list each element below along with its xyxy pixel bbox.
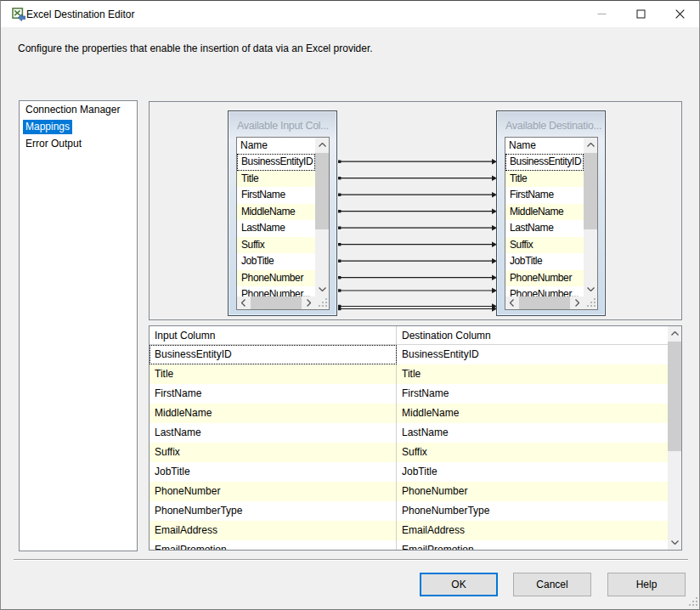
nav-item-mappings[interactable]: Mappings — [20, 118, 137, 135]
nav-item-label: Error Output — [23, 137, 84, 151]
mapping-connector[interactable] — [338, 306, 497, 312]
maximize-button[interactable] — [621, 1, 660, 27]
available-destination-columns-box: Available Destinatio... Name BusinessEnt… — [496, 110, 606, 316]
column-list-item[interactable]: BusinessEntityID — [505, 154, 584, 171]
column-list-item[interactable]: Title — [505, 171, 584, 188]
grid-cell-input-column[interactable]: BusinessEntityID — [150, 345, 397, 364]
column-list-item[interactable]: PhoneNumber — [505, 270, 584, 287]
pages-list: Connection ManagerMappingsError Output — [19, 100, 138, 551]
window-resize-grip[interactable] — [687, 597, 697, 607]
grid-header-input-column[interactable]: Input Column — [150, 326, 397, 345]
cancel-button[interactable]: Cancel — [513, 573, 591, 596]
scroll-down-icon — [587, 287, 595, 291]
nav-item-connection-manager[interactable]: Connection Manager — [20, 101, 137, 118]
grid-cell-input-column[interactable]: Title — [150, 364, 397, 384]
scroll-right-icon — [575, 299, 579, 307]
grid-cell-input-column[interactable]: PhoneNumberType — [150, 501, 397, 521]
column-list-item[interactable]: JobTitle — [505, 253, 584, 270]
minimize-button[interactable] — [582, 1, 621, 27]
mapping-connector[interactable] — [338, 225, 497, 231]
grid-row: EmailAddressEmailAddress — [150, 521, 668, 540]
title-bar: Excel Destination Editor — [1, 1, 699, 27]
scrollbar-thumb[interactable] — [668, 342, 681, 451]
grid-cell-input-column[interactable]: FirstName — [150, 384, 397, 404]
scrollbar-thumb[interactable] — [584, 153, 597, 229]
maximize-icon — [636, 9, 646, 19]
mapping-connector[interactable] — [338, 288, 497, 294]
nav-item-error-output[interactable]: Error Output — [20, 135, 137, 152]
grid-vertical-scrollbar[interactable] — [668, 326, 681, 550]
mapping-connector[interactable] — [338, 258, 497, 264]
grid-cell-destination-column[interactable]: MiddleName — [397, 404, 668, 423]
grid-cell-destination-column[interactable]: Suffix — [397, 443, 668, 462]
destination-list-name-header: Name — [505, 138, 584, 154]
scroll-up-icon — [587, 143, 595, 147]
scroll-down-icon — [671, 540, 679, 545]
mapping-connector[interactable] — [338, 192, 497, 198]
mapping-connector[interactable] — [338, 241, 497, 247]
excel-destination-editor-dialog: Excel Destination Editor Configure the p… — [0, 0, 700, 610]
grid-row: BusinessEntityIDBusinessEntityID — [150, 345, 668, 364]
grid-row: TitleTitle — [150, 364, 668, 384]
column-list-item[interactable]: FirstName — [505, 187, 584, 204]
column-list-item[interactable]: Suffix — [505, 237, 584, 254]
grid-row: PhoneNumberPhoneNumber — [150, 482, 668, 501]
mapping-diagram: Available Input Col... Name BusinessEnti… — [149, 101, 682, 320]
grid-cell-input-column[interactable]: JobTitle — [150, 462, 397, 482]
destination-list-horizontal-scrollbar[interactable] — [505, 297, 584, 309]
grid-cell-input-column[interactable]: EmailAddress — [150, 521, 397, 540]
grid-row: LastNameLastName — [150, 423, 668, 443]
grid-cell-destination-column[interactable]: EmailAddress — [397, 521, 668, 540]
grid-cell-input-column[interactable]: MiddleName — [150, 404, 397, 423]
grid-row: MiddleNameMiddleName — [150, 404, 668, 423]
grid-header-destination-column[interactable]: Destination Column — [397, 326, 668, 345]
grid-cell-destination-column[interactable]: FirstName — [397, 384, 668, 404]
window-title: Excel Destination Editor — [26, 1, 134, 27]
grid-cell-input-column[interactable]: EmailPromotion — [150, 540, 397, 551]
footer-separator — [14, 559, 688, 561]
grid-cell-destination-column[interactable]: Title — [397, 364, 668, 384]
mapping-grid: Input Column Destination Column Business… — [149, 325, 682, 551]
scroll-up-icon — [671, 331, 679, 336]
mapping-connector[interactable] — [338, 175, 497, 181]
destination-box-title: Available Destinatio... — [505, 120, 602, 132]
grid-row: PhoneNumberTypePhoneNumberType — [150, 501, 668, 521]
grid-cell-input-column[interactable]: LastName — [150, 423, 397, 443]
scrollbar-thumb[interactable] — [519, 297, 570, 309]
scroll-left-icon — [510, 299, 514, 307]
mapping-connector[interactable] — [338, 208, 497, 214]
destination-columns-list: Name BusinessEntityIDTitleFirstNameMiddl… — [505, 137, 598, 310]
grid-cell-destination-column[interactable]: PhoneNumberType — [397, 501, 668, 521]
column-list-item[interactable]: PhoneNumber... — [505, 286, 584, 297]
grid-row: FirstNameFirstName — [150, 384, 668, 404]
grid-cell-destination-column[interactable]: JobTitle — [397, 462, 668, 482]
close-button[interactable] — [660, 1, 699, 27]
grid-row: SuffixSuffix — [150, 443, 668, 462]
nav-item-label: Connection Manager — [23, 103, 122, 117]
mapping-connector[interactable] — [338, 274, 497, 280]
mapping-connector[interactable] — [338, 303, 497, 309]
grid-cell-destination-column[interactable]: EmailPromotion — [397, 540, 668, 551]
ok-button[interactable]: OK — [420, 573, 498, 596]
mapping-connector[interactable] — [338, 159, 497, 165]
grid-cell-destination-column[interactable]: LastName — [397, 423, 668, 443]
list-resize-grip[interactable] — [584, 297, 597, 309]
excel-destination-icon — [12, 8, 25, 21]
grid-cell-destination-column[interactable]: BusinessEntityID — [397, 345, 668, 364]
dialog-description: Configure the properties that enable the… — [18, 42, 373, 54]
nav-item-label: Mappings — [23, 120, 72, 134]
grid-row: JobTitleJobTitle — [150, 462, 668, 482]
column-list-item[interactable]: MiddleName — [505, 204, 584, 221]
close-icon — [675, 9, 685, 19]
grid-cell-destination-column[interactable]: PhoneNumber — [397, 482, 668, 501]
help-button[interactable]: Help — [607, 573, 686, 596]
grid-cell-input-column[interactable]: PhoneNumber — [150, 482, 397, 501]
grid-cell-input-column[interactable]: Suffix — [150, 443, 397, 462]
minimize-icon — [597, 9, 607, 19]
destination-list-vertical-scrollbar[interactable] — [584, 138, 597, 297]
grid-header-row: Input Column Destination Column — [150, 326, 668, 345]
column-list-item[interactable]: LastName — [505, 220, 584, 237]
grid-row: EmailPromotionEmailPromotion — [150, 540, 668, 551]
